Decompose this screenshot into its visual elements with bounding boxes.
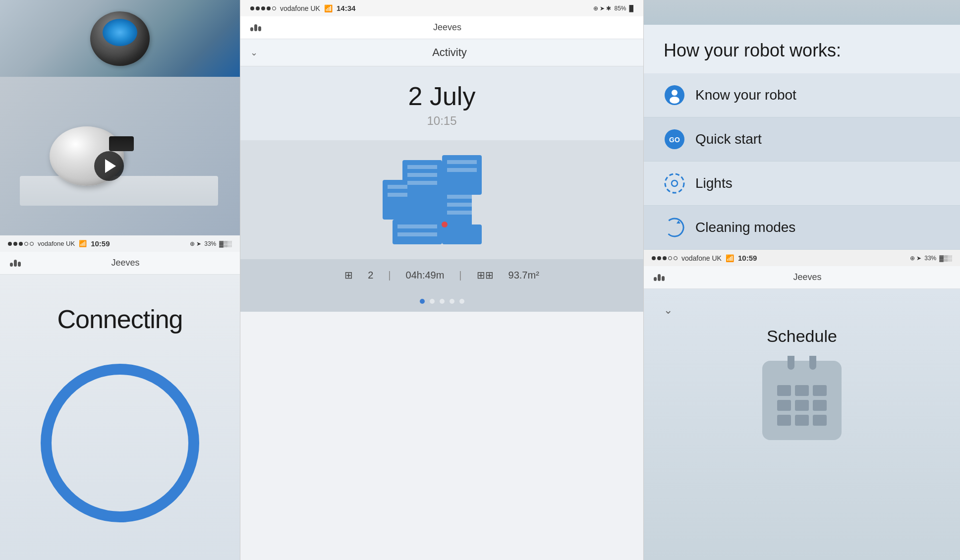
- tutorial-item-know-your-robot[interactable]: Know your robot: [644, 73, 960, 117]
- stat-passes: 2: [368, 270, 373, 281]
- right-top-image: [644, 0, 960, 25]
- svg-point-20: [672, 90, 678, 96]
- stat-area: 93.7m²: [508, 270, 539, 281]
- status-icons-middle: ⊕ ➤ ✱ 85% █: [593, 5, 633, 12]
- svg-rect-12: [447, 168, 477, 172]
- status-bar-left: vodafone UK 📶 10:59 ⊕ ➤ 33% ▓▒░: [0, 235, 240, 252]
- cleaning-modes-label: Cleaning modes: [695, 220, 795, 235]
- activity-header[interactable]: ⌄ Activity: [240, 39, 643, 66]
- activity-time: 10:15: [250, 114, 633, 128]
- person-circle-icon: [664, 84, 685, 106]
- connecting-text: Connecting: [57, 304, 182, 334]
- svg-rect-4: [393, 220, 442, 244]
- robot-video-scene: [0, 77, 240, 235]
- calendar-rings: [788, 356, 816, 370]
- chevron-down-icon: ⌄: [250, 47, 258, 58]
- page-dot-3[interactable]: [440, 299, 445, 304]
- floor-map-area: [240, 140, 643, 259]
- right-panel: How your robot works: Know your robot GO: [644, 0, 960, 560]
- tutorial-list: Know your robot GO Quick start Lights: [644, 73, 960, 250]
- svg-rect-8: [407, 181, 437, 185]
- cal-sq-5: [795, 400, 809, 411]
- dyson-logo-left: [10, 260, 21, 267]
- cal-ring-left: [788, 356, 794, 370]
- svg-rect-7: [407, 173, 437, 177]
- battery-icon-left: ▓▒░: [219, 240, 232, 247]
- schedule-section: ⌄ Schedule: [644, 289, 960, 560]
- svg-rect-13: [447, 195, 472, 199]
- stats-bar: ⊞ 2 | 04h:49m | ⊞⊞ 93.7m²: [240, 259, 643, 291]
- device-name-middle: Jeeves: [261, 22, 633, 33]
- stat-area-icon: ⊞⊞: [477, 269, 494, 281]
- calendar-icon: [762, 361, 842, 440]
- svg-rect-15: [447, 211, 472, 215]
- lights-circle-icon: [664, 172, 685, 194]
- device-name-left: Jeeves: [21, 258, 230, 268]
- pagination-dots: [240, 291, 643, 312]
- tutorial-item-lights[interactable]: Lights: [644, 162, 960, 206]
- svg-point-21: [670, 97, 679, 104]
- tutorial-item-quick-start[interactable]: GO Quick start: [644, 117, 960, 162]
- how-it-works-title: How your robot works:: [664, 40, 940, 61]
- location-icon-left: ⊕ ➤: [190, 240, 201, 247]
- battery-middle: 85%: [614, 5, 626, 12]
- page-dot-5[interactable]: [459, 299, 464, 304]
- time-middle: 14:34: [337, 4, 355, 12]
- cal-sq-7: [777, 415, 791, 426]
- carrier-left: vodafone UK: [38, 240, 75, 247]
- dot-4: [24, 242, 28, 246]
- play-icon: [105, 159, 116, 173]
- activity-section: ⌄ Activity: [240, 39, 643, 66]
- cal-sq-9: [813, 415, 827, 426]
- signal-dots-middle: [250, 6, 276, 10]
- connecting-ring: [41, 364, 199, 522]
- svg-point-18: [442, 222, 448, 227]
- time-right2: 10:59: [738, 254, 757, 262]
- stat-passes-icon: ⊞: [344, 269, 353, 281]
- wifi-icon-middle: 📶: [324, 4, 333, 12]
- play-button[interactable]: [94, 151, 124, 181]
- left-panel: vodafone UK 📶 10:59 ⊕ ➤ 33% ▓▒░ Jeeves C…: [0, 0, 240, 560]
- stat-divider-2: |: [459, 270, 461, 281]
- header-left: Jeeves: [0, 252, 240, 275]
- cal-ring-right: [809, 356, 816, 370]
- svg-rect-10: [388, 193, 407, 197]
- quick-start-label: Quick start: [695, 131, 762, 147]
- carrier-middle: vodafone UK: [280, 4, 320, 12]
- middle-panel: vodafone UK 📶 14:34 ⊕ ➤ ✱ 85% █ Jeeves ⌄…: [240, 0, 644, 560]
- dot-1: [8, 242, 12, 246]
- stat-divider-1: |: [388, 270, 391, 281]
- battery-right2: 33%: [924, 255, 936, 262]
- cleaning-circle-icon: [664, 217, 685, 238]
- header-middle: Jeeves: [240, 16, 643, 39]
- svg-rect-5: [442, 224, 482, 244]
- cal-sq-3: [813, 385, 827, 396]
- signal-dots-right2: [652, 256, 678, 260]
- svg-rect-9: [388, 185, 407, 189]
- cal-sq-6: [813, 400, 827, 411]
- battery-text-left: 33%: [204, 240, 216, 247]
- robot-dustbin: [109, 136, 134, 151]
- compass-icon: ⊕ ➤ ✱: [593, 5, 612, 12]
- svg-point-24: [665, 174, 684, 193]
- stat-duration: 04h:49m: [406, 270, 445, 281]
- device-name-right2: Jeeves: [665, 272, 950, 282]
- dot-5: [30, 242, 34, 246]
- robot-visual-top: [85, 6, 155, 71]
- robot-top-image: [0, 0, 240, 77]
- know-your-robot-icon: [664, 84, 685, 106]
- page-dot-1[interactable]: [420, 299, 425, 304]
- tutorial-item-cleaning-modes[interactable]: Cleaning modes: [644, 206, 960, 250]
- dot-2: [13, 242, 17, 246]
- status-icons-left: ⊕ ➤ 33% ▓▒░: [190, 240, 232, 247]
- page-dot-2[interactable]: [430, 299, 435, 304]
- signal-dots: [8, 242, 34, 246]
- chevron-down-schedule-icon[interactable]: ⌄: [664, 304, 673, 317]
- page-dot-4[interactable]: [450, 299, 454, 304]
- wifi-icon-right2: 📶: [726, 254, 734, 262]
- cleaning-modes-icon: [664, 217, 685, 238]
- calendar-grid: [777, 385, 827, 426]
- wifi-icon-left: 📶: [79, 240, 87, 247]
- floor-map-svg: [343, 145, 541, 254]
- dyson-logo-right2: [654, 274, 665, 281]
